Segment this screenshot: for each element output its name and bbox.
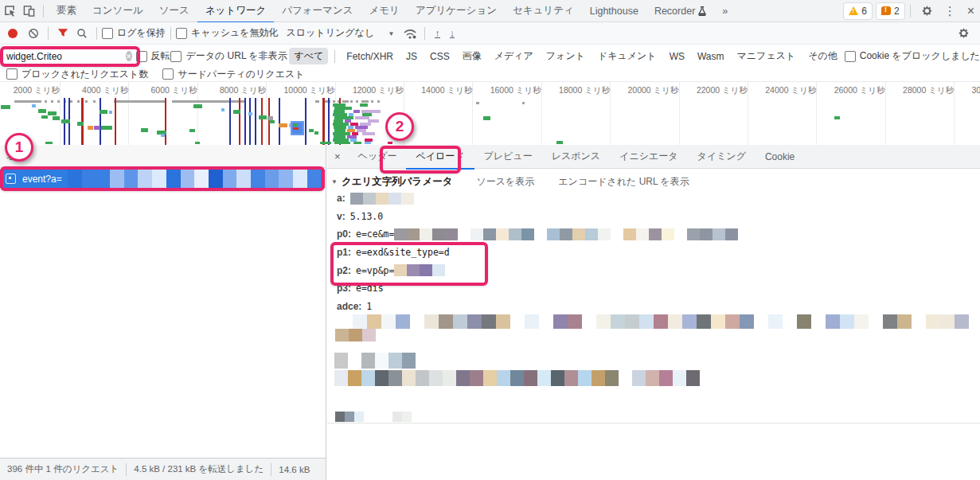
detail-tab-ペイロード[interactable]: ペイロード [406,143,474,170]
warnings-badge[interactable]: 6 [843,2,873,20]
param-row: adce:1 [337,298,738,316]
network-toolbar: ログを保持 キャッシュを無効化 スロットリングなし ▼ ↑ ↓ [0,22,980,45]
waterfall-bar [279,123,287,127]
blocked-requests-label: ブロックされたリクエスト数 [21,68,148,81]
tab-コンソール[interactable]: コンソール [84,1,151,21]
timeline-gridline [404,82,404,145]
triangle-down-icon[interactable]: ▼ [331,178,338,185]
hide-data-urls-checkbox[interactable] [170,51,182,62]
filter-input[interactable] [5,49,126,64]
name-header-label: 名前 [6,150,25,163]
tab-セキュリティ[interactable]: セキュリティ [505,1,582,21]
tab-パフォーマンス[interactable]: パフォーマンス [274,1,361,21]
timeline-gray-segment [476,102,479,104]
waterfall-bar [353,110,360,113]
settings-gear-icon[interactable] [916,5,939,17]
close-devtools-icon[interactable]: × [962,4,980,18]
inspect-element-icon[interactable] [0,2,19,20]
param-name: v: [337,211,346,222]
detail-tab-プレビュー[interactable]: プレビュー [474,145,542,168]
waterfall-bar [353,142,361,144]
export-har-icon[interactable]: ↓ [450,29,455,38]
waterfall-bar [53,116,60,120]
filter-bar-row2: ブロックされたリクエスト数 サードパーティのリクエスト [0,67,980,82]
import-har-icon[interactable]: ↑ [435,29,440,38]
detail-tab-レスポンス[interactable]: レスポンス [542,145,610,168]
detail-tab-イニシエータ[interactable]: イニシエータ [610,145,687,168]
redacted-value-mosaic [350,193,414,205]
chip-JS[interactable]: JS [401,49,422,64]
blocked-cookies-checkbox[interactable] [845,51,856,62]
chip-Wasm[interactable]: Wasm [693,49,729,64]
throttling-select[interactable]: スロットリングなし ▼ [287,26,395,40]
param-row: a: [337,189,738,208]
detail-tab-Cookie[interactable]: Cookie [755,145,804,168]
third-party-checkbox[interactable] [162,68,174,80]
tab-Recorder[interactable]: Recorder [646,1,714,21]
request-row-selected[interactable]: event?a= [0,170,325,188]
chip-CSS[interactable]: CSS [425,49,455,64]
view-encoded-link[interactable]: エンコードされた URL を表示 [558,175,689,189]
detail-tab-タイミング[interactable]: タイミング [688,145,755,168]
timeline-label: 26000 ミリ秒 [822,85,885,96]
more-tabs-chevron[interactable]: » [714,1,736,21]
kebab-menu-icon[interactable]: ⋮ [939,4,962,18]
mosaic-block [432,228,445,240]
tab-アプリケーション[interactable]: アプリケーション [408,1,505,21]
invert-label: 反転 [151,49,170,63]
chip-画像[interactable]: 画像 [458,48,486,64]
name-column-header[interactable]: 名前 [0,145,326,168]
chevron-down-icon: ▼ [388,30,394,37]
mosaic-block [534,228,547,240]
chip-すべて[interactable]: すべて [289,48,328,64]
invert-checkbox[interactable] [136,51,147,62]
chip-その他[interactable]: その他 [803,48,842,64]
param-value: 5.13.0 [350,211,384,222]
device-toolbar-icon[interactable] [19,2,38,20]
hide-data-urls-label: データの URL を非表示 [185,49,287,63]
param-value: 1 [366,301,372,312]
timeline-gray-segment [77,100,80,103]
network-settings-gear-icon[interactable] [952,27,975,39]
search-icon[interactable] [72,25,92,42]
mosaic-block [509,228,521,240]
mosaic-block [420,228,432,240]
chip-マニフェスト[interactable]: マニフェスト [732,48,801,64]
clear-filter-icon[interactable]: ✕ [126,51,132,61]
divider [910,5,911,18]
chip-フォント[interactable]: フォント [541,48,590,64]
param-name: a: [337,193,346,204]
waterfall-bar [362,132,375,135]
tab-要素[interactable]: 要素 [49,1,84,21]
record-network-log-button[interactable] [8,29,18,38]
tab-Lighthouse[interactable]: Lighthouse [582,1,646,21]
tab-メモリ[interactable]: メモリ [361,1,408,21]
view-source-link[interactable]: ソースを表示 [476,175,534,189]
detail-tab-ヘッダー[interactable]: ヘッダー [349,145,407,168]
param-name: p3: [337,283,351,294]
document-icon [6,174,16,184]
filter-funnel-icon[interactable] [53,25,72,42]
mosaic-block [394,228,407,240]
waterfall-bar [360,103,368,107]
blocked-requests-checkbox[interactable] [6,68,18,80]
chip-Fetch/XHR[interactable]: Fetch/XHR [342,49,398,64]
chip-ドキュメント[interactable]: ドキュメント [593,48,662,64]
chip-メディア[interactable]: メディア [490,48,538,64]
network-overview-timeline[interactable]: 2000 ミリ秒4000 ミリ秒6000 ミリ秒8000 ミリ秒10000 ミリ… [0,82,980,146]
timeline-label: 22000 ミリ秒 [684,85,748,96]
mosaic-block [407,228,420,240]
tab-ソース[interactable]: ソース [151,1,197,21]
chip-WS[interactable]: WS [665,49,689,64]
close-detail-icon[interactable]: × [327,150,349,162]
network-conditions-icon[interactable] [400,25,420,42]
issues-badge[interactable]: 2 [876,2,905,20]
waterfall-bar [1,105,10,109]
disable-cache-checkbox[interactable] [176,28,187,39]
tab-ネットワーク[interactable]: ネットワーク [197,0,274,24]
divider [126,463,127,476]
mosaic-block [674,228,687,240]
clear-network-log-icon[interactable] [24,25,43,42]
divider [48,27,49,40]
preserve-log-checkbox[interactable] [102,28,113,39]
